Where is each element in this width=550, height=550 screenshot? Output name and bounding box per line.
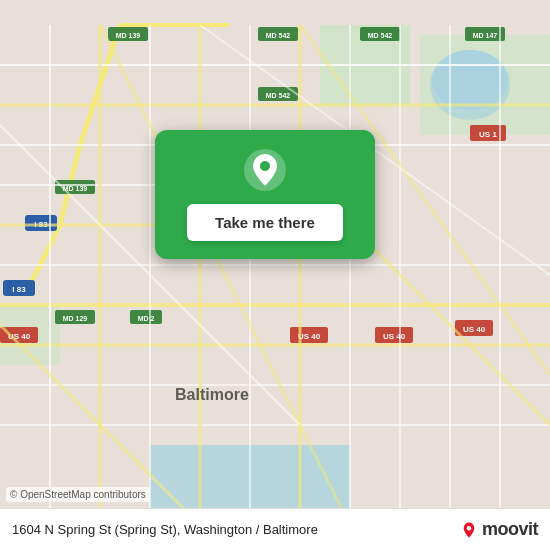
- moovit-logo: moovit: [460, 519, 538, 540]
- svg-text:I 83: I 83: [12, 285, 26, 294]
- svg-text:MD 147: MD 147: [473, 32, 498, 39]
- svg-point-70: [260, 161, 270, 171]
- svg-text:MD 2: MD 2: [138, 315, 155, 322]
- svg-text:MD 129: MD 129: [63, 315, 88, 322]
- svg-text:MD 542: MD 542: [266, 92, 291, 99]
- popup-card: Take me there: [155, 130, 375, 259]
- moovit-pin-icon: [460, 521, 478, 539]
- address-text: 1604 N Spring St (Spring St), Washington…: [12, 522, 460, 537]
- svg-text:MD 542: MD 542: [266, 32, 291, 39]
- take-me-there-button[interactable]: Take me there: [187, 204, 343, 241]
- svg-point-71: [467, 525, 472, 530]
- svg-text:US 40: US 40: [383, 332, 406, 341]
- map-background: I 83 I 83 MD 139 MD 542 MD 542 MD 542 MD…: [0, 0, 550, 550]
- location-pin-icon: [243, 148, 287, 192]
- svg-text:MD 139: MD 139: [116, 32, 141, 39]
- bottom-bar: 1604 N Spring St (Spring St), Washington…: [0, 508, 550, 550]
- svg-point-6: [432, 50, 508, 110]
- svg-text:MD 542: MD 542: [368, 32, 393, 39]
- svg-text:US 40: US 40: [463, 325, 486, 334]
- svg-text:Baltimore: Baltimore: [175, 386, 249, 403]
- map-container: I 83 I 83 MD 139 MD 542 MD 542 MD 542 MD…: [0, 0, 550, 550]
- svg-rect-5: [330, 305, 550, 425]
- svg-text:US 1: US 1: [479, 130, 497, 139]
- map-attribution: © OpenStreetMap contributors: [6, 487, 150, 502]
- moovit-wordmark: moovit: [482, 519, 538, 540]
